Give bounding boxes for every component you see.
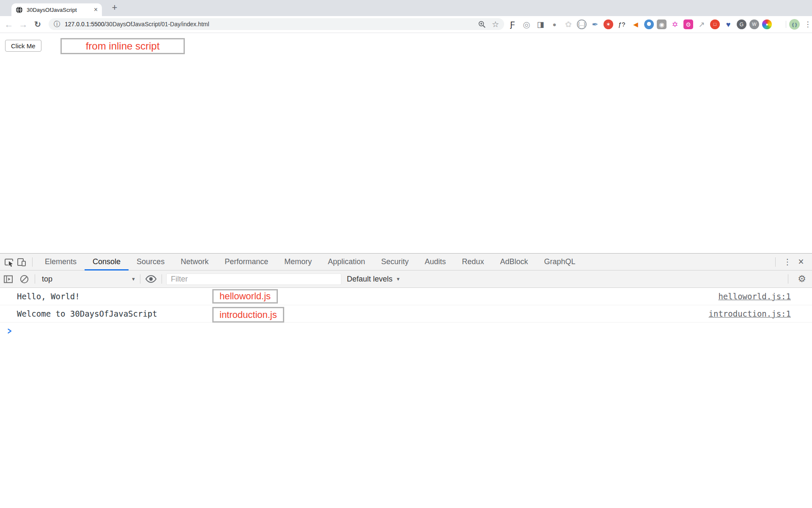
devtools-tab-security[interactable]: Security xyxy=(373,254,417,270)
log-levels-select[interactable]: Default levels ▼ xyxy=(347,275,401,284)
url-text: 127.0.0.1:5500/30DaysOfJavaScript/01-Day… xyxy=(65,21,209,28)
chevron-down-icon: ▼ xyxy=(131,276,136,282)
devtools-tab-bar: Elements Console Sources Network Perform… xyxy=(0,254,812,271)
eyedropper-icon[interactable]: ✒ xyxy=(590,19,601,30)
camera-icon[interactable]: ◉ xyxy=(657,19,667,29)
profile-avatar[interactable]: { } xyxy=(789,19,800,30)
zoom-magnifier-icon[interactable] xyxy=(478,20,486,28)
w-ring-icon[interactable]: W xyxy=(749,19,759,29)
flower-icon[interactable]: ✿ xyxy=(563,19,574,30)
url-host: 127.0.0.1:5500 xyxy=(65,21,104,28)
devtools-tab-redux[interactable]: Redux xyxy=(454,254,492,270)
heart-search-icon[interactable]: ♥ xyxy=(723,19,734,30)
console-row: Welcome to 30DaysOfJavaScript introducti… xyxy=(0,305,812,323)
source-link[interactable]: helloworld.js:1 xyxy=(718,292,791,301)
introduction-annotation: introduction.js xyxy=(212,307,284,323)
context-label: top xyxy=(42,275,52,284)
omnibox-right-icons: ☆ xyxy=(478,20,499,28)
devtools-close-icon[interactable]: × xyxy=(795,257,807,267)
devtools-separator xyxy=(32,257,33,267)
devtools-tab-memory[interactable]: Memory xyxy=(276,254,320,270)
console-toolbar-separator xyxy=(140,274,140,284)
devtools-separator xyxy=(775,257,776,267)
source-link[interactable]: introduction.js:1 xyxy=(709,309,791,318)
levels-label: Default levels xyxy=(347,275,392,284)
url-path: /30DaysOfJavaScript/01-Day/index.html xyxy=(104,21,209,28)
execution-context-select[interactable]: top ▼ xyxy=(39,275,136,284)
console-toolbar-separator xyxy=(162,274,162,284)
browser-tab-strip: 30DaysOfJavaScript × + xyxy=(0,0,812,16)
stop-hand-icon[interactable]: ✶ xyxy=(604,19,613,29)
tag-arrows-icon[interactable]: ↗ xyxy=(696,19,707,30)
console-prompt[interactable] xyxy=(0,323,812,340)
g-ring-icon[interactable]: G xyxy=(737,19,746,29)
atom-icon[interactable]: ◎ xyxy=(521,19,532,30)
devtools-tab-network[interactable]: Network xyxy=(173,254,217,270)
devtools-tab-audits[interactable]: Audits xyxy=(417,254,454,270)
browser-menu-icon[interactable]: ⋮ xyxy=(802,16,812,33)
console-toolbar: top ▼ Default levels ▼ ⚙ xyxy=(0,271,812,288)
tab-close-icon[interactable]: × xyxy=(94,6,98,13)
console-toolbar-separator xyxy=(35,274,35,284)
devtools-tab-console[interactable]: Console xyxy=(85,254,129,270)
inline-script-annotation: from inline script xyxy=(60,38,185,54)
reload-icon[interactable]: ↻ xyxy=(31,16,44,33)
new-tab-button[interactable]: + xyxy=(108,1,121,14)
filter-input[interactable] xyxy=(166,273,341,285)
forward-icon[interactable]: → xyxy=(17,16,30,33)
side-panels-icon[interactable]: ◨ xyxy=(535,19,546,30)
hexagram-icon[interactable]: ✡ xyxy=(669,19,680,30)
bookmark-star-icon[interactable]: ☆ xyxy=(492,20,499,28)
math-f-icon[interactable]: ƒ? xyxy=(616,19,627,30)
chevron-down-icon: ▼ xyxy=(396,276,401,282)
devtools-tab-sources[interactable]: Sources xyxy=(129,254,173,270)
inspect-element-icon[interactable] xyxy=(3,254,15,270)
font-script-icon[interactable]: Ƒ xyxy=(507,19,518,30)
browser-toolbar: ← → ↻ ⓘ 127.0.0.1:5500/30DaysOfJavaScrip… xyxy=(0,16,812,33)
settings-gear-icon[interactable]: ⚙ xyxy=(798,273,806,284)
prompt-chevron-icon xyxy=(7,328,12,334)
console-message: Welcome to 30DaysOfJavaScript xyxy=(17,309,157,318)
devtools-tab-performance[interactable]: Performance xyxy=(217,254,276,270)
console-toolbar-right: ⚙ xyxy=(784,273,812,284)
helloworld-annotation: helloworld.js xyxy=(212,289,278,304)
console-toolbar-separator xyxy=(788,274,788,284)
click-me-button[interactable]: Click Me xyxy=(5,40,41,52)
toolbar-separator xyxy=(786,21,786,28)
bug-icon[interactable]: ● xyxy=(549,19,560,30)
console-row: Hello, World! helloworld.js helloworld.j… xyxy=(0,288,812,305)
page-info-icon[interactable]: ⓘ xyxy=(54,21,60,28)
extension-icons: Ƒ◎◨●✿{…}✒✶ƒ?◀◉✡⚙↗□♥GW● xyxy=(507,16,772,33)
devtools-tab-application[interactable]: Application xyxy=(320,254,373,270)
red-app-icon[interactable]: □ xyxy=(710,19,720,29)
pink-gear-icon[interactable]: ⚙ xyxy=(683,19,693,29)
browser-tab[interactable]: 30DaysOfJavaScript × xyxy=(11,3,102,16)
devtools-tab-elements[interactable]: Elements xyxy=(37,254,85,270)
page-content: Click Me from inline script xyxy=(0,33,812,253)
tab-title: 30DaysOfJavaScript xyxy=(27,7,90,13)
console-sidebar-toggle-icon[interactable] xyxy=(2,271,14,287)
globe-favicon xyxy=(16,6,23,14)
console-messages: Hello, World! helloworld.js helloworld.j… xyxy=(0,288,812,340)
blue-swirl-icon[interactable] xyxy=(644,19,654,29)
megaphone-icon[interactable]: ◀ xyxy=(630,19,641,30)
devtools-tab-graphql[interactable]: GraphQL xyxy=(536,254,583,270)
console-message: Hello, World! xyxy=(17,292,80,301)
live-expression-eye-icon[interactable] xyxy=(145,271,157,287)
devtools-menu-icon[interactable]: ⋮ xyxy=(782,257,793,267)
color-ring-icon[interactable]: ● xyxy=(762,19,772,29)
device-toolbar-icon[interactable] xyxy=(15,254,28,270)
devtools-tabbar-right: ⋮ × xyxy=(771,257,812,267)
back-icon[interactable]: ← xyxy=(3,16,15,33)
address-bar[interactable]: ⓘ 127.0.0.1:5500/30DaysOfJavaScript/01-D… xyxy=(49,18,504,30)
devtools-panel: Elements Console Sources Network Perform… xyxy=(0,253,812,508)
devtools-tab-adblock[interactable]: AdBlock xyxy=(492,254,536,270)
json-braces-icon[interactable]: {…} xyxy=(577,19,587,29)
clear-console-icon[interactable] xyxy=(18,271,30,287)
